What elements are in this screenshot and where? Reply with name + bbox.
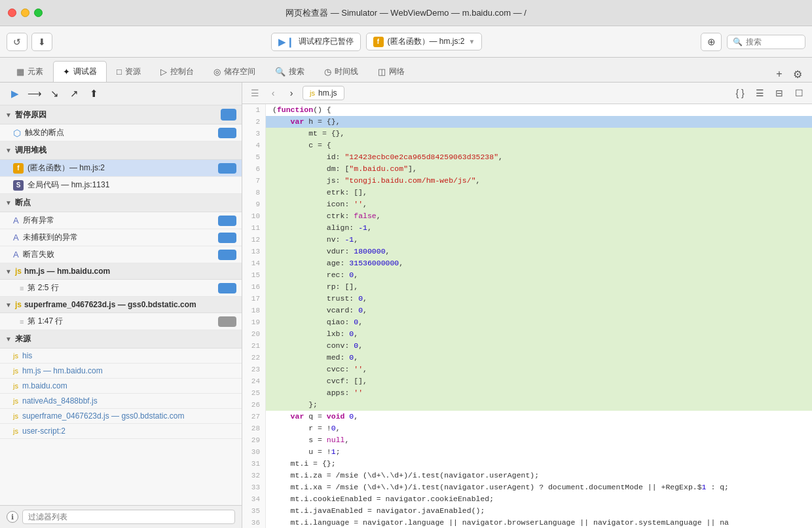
source-hmjs-label: hm.js — hm.baidu.com: [22, 366, 103, 375]
triggered-breakpoint-item[interactable]: ⬡ 触发的断点: [0, 124, 242, 141]
superframe-line-indicator: [218, 316, 236, 327]
stack-item-anon-label: (匿名函数）— hm.js:2: [28, 162, 105, 174]
hmjs-line-label: 第 2:5 行: [28, 282, 58, 293]
search-box[interactable]: 🔍: [727, 35, 805, 49]
minimize-button[interactable]: [21, 9, 29, 17]
call-stack-header[interactable]: ▼ 调用堆栈: [0, 141, 242, 160]
step-over-button[interactable]: ⟶: [28, 86, 42, 101]
line-content: };: [266, 399, 812, 411]
assertion-indicator: [218, 250, 236, 260]
tab-resources[interactable]: □ 资源: [107, 61, 151, 82]
function-icon: f: [373, 37, 384, 47]
source-his[interactable]: js his: [0, 349, 242, 364]
tab-bar: ▦ 元素 ✦ 调试器 □ 资源 ▷ 控制台 ◎ 储存空间 🔍 搜索 ◷ 时间线 …: [0, 58, 812, 83]
line-number: 36: [242, 517, 266, 528]
sidebar-toggle-button[interactable]: ☰: [248, 86, 262, 100]
format-button[interactable]: { }: [732, 85, 748, 101]
view-button[interactable]: ☰: [752, 85, 767, 101]
line-content: trust: 0,: [266, 293, 812, 305]
hmjs-line-indicator: [218, 283, 236, 293]
add-tab-button[interactable]: +: [771, 66, 787, 82]
paused-badge: ▶❙ 调试程序已暂停: [271, 33, 361, 51]
all-exceptions-item[interactable]: A 所有异常: [0, 212, 242, 229]
reload-button[interactable]: ↺: [7, 33, 28, 51]
source-mbaidu[interactable]: js m.baidu.com: [0, 379, 242, 394]
console-icon: ▷: [160, 67, 167, 77]
tab-console[interactable]: ▷ 控制台: [151, 61, 204, 82]
source-hmjs[interactable]: js hm.js — hm.baidu.com: [0, 364, 242, 379]
back-button[interactable]: ‹: [266, 86, 280, 100]
func-badge[interactable]: f (匿名函数）— hm.js:2 ▼: [366, 33, 483, 50]
source-userscript[interactable]: js user-script:2: [0, 424, 242, 439]
code-line: 32 mt.i.za = /msie (\d+\.\d+)/i.test(nav…: [242, 470, 812, 481]
js-icon: js: [13, 397, 18, 405]
tab-elements[interactable]: ▦ 元素: [7, 61, 53, 82]
hmjs-title: hm.js — hm.baidu.com: [24, 267, 110, 276]
hmjs-line-item[interactable]: ≡ 第 2:5 行: [0, 280, 242, 297]
breakpoints-header[interactable]: ▼ 断点: [0, 194, 242, 212]
close-button[interactable]: [8, 9, 16, 17]
split-button[interactable]: ⊟: [771, 85, 787, 101]
line-number: 33: [242, 481, 266, 493]
line-content: mt.i.language = navigator.language || na…: [266, 517, 812, 528]
stack-item-anon[interactable]: f (匿名函数）— hm.js:2: [0, 160, 242, 177]
code-line: 19 qiao: 0,: [242, 316, 812, 328]
code-line: 23 cvcc: '',: [242, 364, 812, 375]
continue-button[interactable]: ▶: [8, 86, 22, 101]
superframe-header[interactable]: ▼ js superframe_0467623d.js — gss0.bdsta…: [0, 297, 242, 313]
assertion-fail-item[interactable]: A 断言失败: [0, 246, 242, 263]
step-into-button[interactable]: ↘: [47, 86, 62, 101]
info-button[interactable]: ℹ: [7, 511, 18, 523]
line-number: 35: [242, 505, 266, 517]
tab-debugger[interactable]: ✦ 调试器: [53, 61, 107, 82]
source-nativeads[interactable]: js nativeAds_8488bbf.js: [0, 394, 242, 409]
download-button[interactable]: ⬇: [31, 33, 52, 51]
filter-input[interactable]: [22, 510, 235, 524]
uncaught-indicator: [218, 233, 236, 243]
code-editor[interactable]: 1(function() {2 var h = {},3 mt = {},4 c…: [242, 104, 812, 528]
line-content: ctrk: false,: [266, 210, 812, 222]
line-content: cvcc: '',: [266, 364, 812, 375]
search-input[interactable]: [746, 37, 798, 47]
line-content: dm: ["m.baidu.com"],: [266, 163, 812, 175]
stack-item-global[interactable]: S 全局代码 — hm.js:1131: [0, 177, 242, 194]
step-button[interactable]: ⬆: [86, 86, 101, 101]
func-label: (匿名函数）— hm.js:2: [388, 36, 465, 47]
chevron-down-icon: ▼: [5, 147, 12, 154]
tab-network[interactable]: ◫ 网络: [368, 61, 415, 82]
settings-button[interactable]: ⚙: [790, 66, 805, 82]
uncaught-exceptions-item[interactable]: A 未捕获到的异常: [0, 229, 242, 246]
code-line: 11 align: -1,: [242, 222, 812, 234]
toolbar-right: ⊕ 🔍: [701, 33, 805, 51]
js-icon: js: [13, 427, 18, 435]
line-number: 10: [242, 210, 266, 222]
uncaught-icon: A: [13, 233, 19, 242]
line-content: mt.i.xa = /msie (\d+\.\d+)/i.test(naviga…: [266, 481, 812, 493]
line-number: 34: [242, 493, 266, 505]
line-content: nv: -1,: [266, 234, 812, 246]
forward-button[interactable]: ›: [284, 86, 299, 100]
filter-box: ℹ: [0, 505, 242, 528]
play-pause-icon: ▶❙: [278, 36, 295, 48]
chevron-down-icon: ▼: [5, 335, 12, 343]
source-superframe[interactable]: js superframe_0467623d.js — gss0.bdstati…: [0, 409, 242, 424]
line-content: var h = {},: [266, 116, 812, 128]
line-number: 6: [242, 163, 266, 175]
line-content: qiao: 0,: [266, 316, 812, 328]
uncaught-exceptions-label: 未捕获到的异常: [23, 232, 78, 243]
maximize-button[interactable]: [34, 9, 43, 17]
close-editor-button[interactable]: ☐: [791, 85, 807, 101]
tab-storage[interactable]: ◎ 储存空间: [204, 61, 265, 82]
pause-reason-header[interactable]: ▼ 暂停原因: [0, 105, 242, 124]
crosshair-button[interactable]: ⊕: [701, 33, 722, 51]
superframe-line-item[interactable]: ≡ 第 1:47 行: [0, 313, 242, 330]
tab-search[interactable]: 🔍 搜索: [265, 61, 314, 82]
source-userscript-label: user-script:2: [22, 426, 65, 436]
step-out-button[interactable]: ↗: [67, 86, 81, 101]
sources-header[interactable]: ▼ 来源: [0, 330, 242, 349]
code-line: 2 var h = {},: [242, 116, 812, 128]
hmjs-header[interactable]: ▼ js hm.js — hm.baidu.com: [0, 263, 242, 280]
tab-timeline[interactable]: ◷ 时间线: [314, 61, 368, 82]
code-line: 13 vdur: 1800000,: [242, 246, 812, 257]
line-number: 18: [242, 305, 266, 316]
